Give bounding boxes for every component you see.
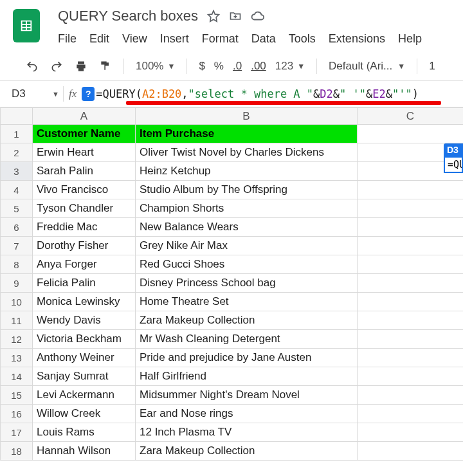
menu-extensions[interactable]: Extensions — [329, 32, 385, 46]
cell[interactable]: Half Girlfriend — [136, 367, 358, 386]
row-header[interactable]: 5 — [1, 199, 33, 218]
menu-edit[interactable]: Edit — [89, 32, 109, 46]
table-row[interactable]: 7Dorothy FisherGrey Nike Air Max — [1, 237, 464, 255]
row-header[interactable]: 12 — [1, 330, 33, 349]
name-box[interactable]: D3 ▼ — [5, 85, 63, 103]
row-header[interactable]: 2 — [1, 143, 33, 162]
select-all-corner[interactable] — [1, 108, 33, 125]
table-row[interactable]: 11Wendy DavisZara Makeup Collection — [1, 311, 464, 330]
row-header[interactable]: 1 — [1, 125, 33, 143]
table-row[interactable]: 15Levi AckermannMidsummer Night's Dream … — [1, 386, 464, 405]
cell[interactable]: 12 Inch Plasma TV — [136, 423, 358, 442]
cell[interactable]: Home Theatre Set — [136, 293, 358, 311]
cell[interactable]: Customer Name — [33, 125, 136, 143]
cell[interactable] — [358, 311, 464, 330]
cell[interactable]: Grey Nike Air Max — [136, 237, 358, 255]
row-header[interactable]: 3 — [1, 162, 33, 181]
table-row[interactable]: 4Vivo FranciscoStudio Album by The Offsp… — [1, 181, 464, 199]
cell[interactable] — [358, 423, 464, 442]
cell[interactable]: Champion Shorts — [136, 199, 358, 218]
sheets-logo-icon[interactable] — [13, 9, 40, 42]
cell[interactable]: Felicia Palin — [33, 274, 136, 293]
table-row[interactable]: 18Hannah WilsonZara Makeup Collection — [1, 442, 464, 461]
row-header[interactable]: 17 — [1, 423, 33, 442]
cell[interactable] — [358, 405, 464, 423]
table-row[interactable]: 1Customer NameItem Purchase — [1, 125, 464, 143]
cell[interactable] — [358, 386, 464, 405]
table-row[interactable]: 9Felicia PalinDisney Princess School bag — [1, 274, 464, 293]
font-select[interactable]: Default (Ari... ▼ — [329, 60, 405, 73]
decrease-decimal-button[interactable]: .0 — [233, 60, 242, 73]
row-header[interactable]: 8 — [1, 255, 33, 274]
col-header-C[interactable]: C — [358, 108, 464, 125]
table-row[interactable]: 17Louis Rams12 Inch Plasma TV — [1, 423, 464, 442]
cell[interactable] — [358, 274, 464, 293]
cell[interactable]: Monica Lewinsky — [33, 293, 136, 311]
cell[interactable] — [358, 442, 464, 461]
formula-help-icon[interactable]: ? — [82, 87, 95, 101]
menu-view[interactable]: View — [122, 32, 147, 46]
doc-title[interactable]: QUERY Search boxes — [58, 8, 198, 24]
table-row[interactable]: 10Monica LewinskyHome Theatre Set — [1, 293, 464, 311]
font-size-input[interactable]: 1 — [429, 60, 435, 73]
table-row[interactable]: 13Anthony WeinerPride and prejudice by J… — [1, 349, 464, 367]
cell[interactable]: Wendy Davis — [33, 311, 136, 330]
cell[interactable]: Pride and prejudice by Jane Austen — [136, 349, 358, 367]
cell[interactable]: Midsummer Night's Dream Novel — [136, 386, 358, 405]
cell[interactable]: Mr Wash Cleaning Detergent — [136, 330, 358, 349]
cell[interactable]: Sarah Palin — [33, 162, 136, 181]
cell[interactable]: Levi Ackermann — [33, 386, 136, 405]
cell[interactable]: Freddie Mac — [33, 218, 136, 237]
paint-format-icon[interactable] — [99, 60, 112, 73]
col-header-B[interactable]: B — [136, 108, 358, 125]
table-row[interactable]: 2Erwin HeartOliver Twist Novel by Charle… — [1, 143, 464, 162]
row-header[interactable]: 6 — [1, 218, 33, 237]
menu-file[interactable]: File — [58, 32, 77, 46]
cell[interactable]: Louis Rams — [33, 423, 136, 442]
row-header[interactable]: 16 — [1, 405, 33, 423]
cell[interactable]: Disney Princess School bag — [136, 274, 358, 293]
cell[interactable]: Item Purchase — [136, 125, 358, 143]
print-icon[interactable] — [75, 60, 87, 73]
cell[interactable] — [358, 255, 464, 274]
cell[interactable]: Studio Album by The Offspring — [136, 181, 358, 199]
cell[interactable]: Zara Makeup Collection — [136, 442, 358, 461]
cell[interactable]: Vivo Francisco — [33, 181, 136, 199]
menu-help[interactable]: Help — [398, 32, 422, 46]
row-header[interactable]: 18 — [1, 442, 33, 461]
cell[interactable]: Anthony Weiner — [33, 349, 136, 367]
cell[interactable]: Red Gucci Shoes — [136, 255, 358, 274]
col-header-A[interactable]: A — [33, 108, 136, 125]
cell[interactable]: Anya Forger — [33, 255, 136, 274]
table-row[interactable]: 14Sanjay SumratHalf Girlfriend — [1, 367, 464, 386]
table-row[interactable]: 6Freddie MacNew Balance Wears — [1, 218, 464, 237]
cell[interactable] — [358, 330, 464, 349]
cell[interactable]: Erwin Heart — [33, 143, 136, 162]
cell[interactable] — [358, 199, 464, 218]
cell[interactable] — [358, 293, 464, 311]
format-percent-button[interactable]: % — [214, 60, 224, 73]
cell[interactable] — [358, 367, 464, 386]
cell[interactable]: Zara Makeup Collection — [136, 311, 358, 330]
table-row[interactable]: 5Tyson ChandlerChampion Shorts — [1, 199, 464, 218]
undo-icon[interactable] — [26, 60, 39, 73]
cell[interactable] — [358, 181, 464, 199]
menu-data[interactable]: Data — [251, 32, 276, 46]
cell[interactable] — [358, 125, 464, 143]
row-header[interactable]: 10 — [1, 293, 33, 311]
cell[interactable]: Oliver Twist Novel by Charles Dickens — [136, 143, 358, 162]
cell[interactable]: Victoria Beckham — [33, 330, 136, 349]
row-header[interactable]: 11 — [1, 311, 33, 330]
cell[interactable]: New Balance Wears — [136, 218, 358, 237]
star-icon[interactable] — [207, 10, 220, 23]
spreadsheet-grid[interactable]: A B C 1Customer NameItem Purchase2Erwin … — [0, 107, 463, 461]
format-currency-button[interactable]: $ — [199, 60, 204, 73]
cell[interactable]: Ear and Nose rings — [136, 405, 358, 423]
table-row[interactable]: 12Victoria BeckhamMr Wash Cleaning Deter… — [1, 330, 464, 349]
increase-decimal-button[interactable]: .00 — [251, 60, 266, 73]
cell[interactable]: Hannah Wilson — [33, 442, 136, 461]
menu-tools[interactable]: Tools — [289, 32, 316, 46]
number-format-select[interactable]: 123 ▼ — [275, 60, 305, 73]
editing-cell-overlay[interactable]: D3 =QU — [444, 143, 463, 173]
row-header[interactable]: 4 — [1, 181, 33, 199]
